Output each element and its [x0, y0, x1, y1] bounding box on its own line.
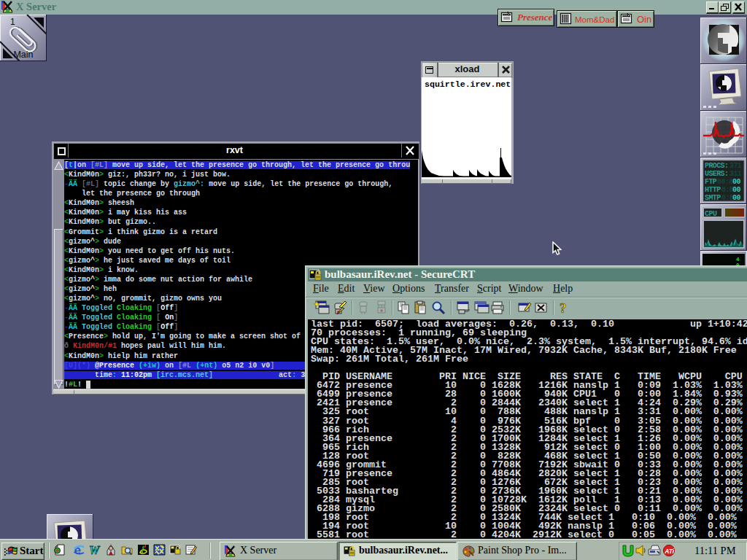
svg-text:HTTP: HTTP: [705, 186, 721, 194]
svg-text:371: 371: [729, 162, 742, 170]
svg-text:Main: Main: [13, 50, 33, 60]
svg-text:88:8: 88:8: [717, 178, 733, 186]
svg-text:ATi: ATi: [664, 548, 675, 555]
svg-text:W: W: [89, 544, 101, 556]
svg-text:FTP: FTP: [705, 178, 717, 186]
svg-text:00: 00: [732, 186, 740, 194]
svg-text:1: 1: [10, 17, 15, 27]
svg-text:00: 00: [732, 194, 740, 202]
svg-text:4: 4: [736, 257, 740, 262]
svg-text:00: 00: [732, 178, 740, 186]
svg-text:311: 311: [729, 170, 742, 178]
svg-text:?: ?: [560, 300, 567, 316]
svg-text:SMTP: SMTP: [705, 194, 721, 202]
svg-text:CPU: CPU: [705, 210, 717, 218]
svg-text:USERS:: USERS:: [705, 170, 728, 178]
svg-text:PROCS:: PROCS:: [705, 162, 728, 170]
